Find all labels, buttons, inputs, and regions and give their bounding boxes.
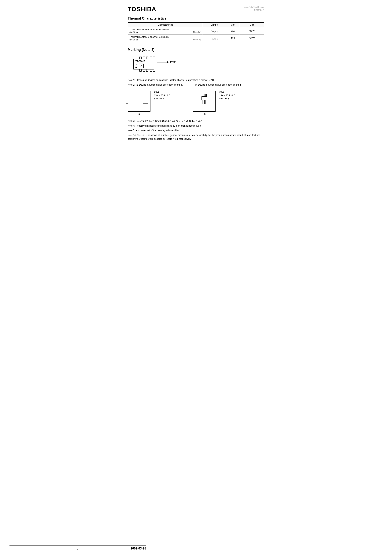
type-label: TYPE: [170, 61, 176, 64]
comp-leg-3: [205, 100, 206, 104]
arrowhead: [167, 61, 169, 63]
board-b-info: FR-4 25.4 × 25.4 × 0.8 (unit: mm): [219, 91, 235, 100]
ic-pin-bot-2: [143, 69, 145, 72]
board-b-label: (b): [193, 113, 216, 115]
board-a-fr: FR-4: [154, 91, 170, 94]
page-header: TOSHIBA www.DataSheet4U.com TPC8013: [128, 6, 264, 13]
ic-package-diagram: TPC8013 H ※ TYPE: [133, 57, 155, 72]
board-b-fr: FR-4: [219, 91, 235, 94]
symbol-cell-2: Rth (ch-a): [203, 35, 226, 42]
char-cell-1: Thermal resistance, channel to ambient (…: [128, 27, 203, 35]
notes-3-6-section: Note 3: VDD = 24 V, Tch = 25°C (initial)…: [128, 119, 264, 141]
board-b-unit: (unit: mm): [219, 97, 235, 100]
ic-dot: [136, 67, 137, 68]
ic-pin-bot-4: [150, 69, 152, 72]
ic-pin-bot-3: [146, 69, 148, 72]
ic-pin-top-3: [146, 57, 148, 59]
comp-leg-2: [204, 100, 204, 104]
char-cell-2: Thermal resistance, channel to ambient (…: [128, 35, 203, 42]
comp-pin-t2: [203, 94, 205, 96]
note6-item: www.DataSheet4U.co※ shows lot number. (y…: [128, 133, 264, 141]
board-a-tab: [126, 99, 128, 103]
board-b-item: (b) FR-4 25.4 × 25.4 × 0.8 (unit: mm): [193, 91, 235, 115]
note2a-label: Note 2: (a) Device mounted on a glass-ep…: [128, 83, 183, 86]
board-a-rect: [128, 91, 151, 112]
col-symbol: Symbol: [203, 22, 226, 27]
ic-pin-top-2: [143, 57, 145, 59]
type-arrow: TYPE: [157, 61, 176, 64]
ic-row-h: H: [136, 63, 137, 66]
thermal-table: Characteristics Symbol Max Unit Thermal …: [128, 22, 264, 42]
max-cell-2: 125: [226, 35, 240, 42]
ic-x-symbol: ※: [139, 64, 144, 68]
board-b-component: [202, 94, 207, 104]
header-right: www.DataSheet4U.com TPC8013: [244, 6, 264, 12]
col-characteristics: Characteristics: [128, 22, 203, 27]
company-logo: TOSHIBA: [128, 6, 156, 13]
board-a-item: (a) FR-4 25.4 × 25.4 × 0.8 (unit: mm): [128, 91, 170, 115]
note4-item: Note 4: Repetitive rating: pulse width l…: [128, 124, 264, 128]
marking-section: Marking (Note 5) TPC8013 H: [128, 48, 264, 74]
col-unit: Unit: [240, 22, 264, 27]
ic-pin-top-5: [153, 57, 155, 59]
note2b-label: (b) Device mounted on a glass-epoxy boar…: [195, 83, 242, 86]
marking-title: Marking (Note 5): [128, 48, 264, 52]
ic-body: TPC8013 H ※: [133, 59, 154, 69]
comp-pin-t1: [202, 94, 203, 96]
ic-part-label: TPC8013: [136, 60, 145, 63]
symbol-cell-1: Rth (ch-a): [203, 27, 226, 35]
note6-prefix: www.DataSheet4U.co: [128, 134, 148, 136]
note2-header: Note 2: (a) Device mounted on a glass-ep…: [128, 83, 264, 87]
table-row: Thermal resistance, channel to ambient (…: [128, 35, 264, 42]
board-b-dimensions: 25.4 × 25.4 × 0.8: [219, 94, 235, 97]
note1: Note 1: Please use devices on condition …: [128, 78, 264, 82]
unit-cell-2: °C/W: [240, 35, 264, 42]
watermark-url: www.DataSheet4U.com: [244, 6, 264, 8]
thermal-title: Thermal Characteristics: [128, 16, 264, 21]
thermal-section: Thermal Characteristics Characteristics …: [128, 16, 264, 42]
ic-pin-top-4: [150, 57, 152, 59]
comp-pin-t3: [205, 94, 207, 96]
table-row: Thermal resistance, channel to ambient (…: [128, 27, 264, 35]
boards-section: (a) FR-4 25.4 × 25.4 × 0.8 (unit: mm): [128, 91, 264, 115]
note6-symbol: ※: [148, 134, 150, 137]
board-a-inner-component: [143, 99, 148, 103]
board-a-label: (a): [128, 113, 151, 115]
board-b-rect: [193, 91, 216, 112]
max-cell-1: 65.8: [226, 27, 240, 35]
note5-item: Note 5: ● on lower left of the marking i…: [128, 129, 264, 132]
arrow-line: [157, 62, 167, 62]
col-max: Max: [226, 22, 240, 27]
board-b-diagram-wrapper: (b): [193, 91, 216, 115]
board-a-info: FR-4 25.4 × 25.4 × 0.8 (unit: mm): [154, 91, 170, 100]
ic-pin-bot-5: [153, 69, 155, 72]
comp-leg-1: [202, 100, 203, 104]
ic-pin-top-1: [139, 57, 142, 59]
notes-section: Note 1: Please use devices on condition …: [128, 78, 264, 87]
note3-item: Note 3: VDD = 24 V, Tch = 25°C (initial)…: [128, 119, 264, 123]
board-a-dimensions: 25.4 × 25.4 × 0.8: [154, 94, 170, 97]
board-a-unit: (unit: mm): [154, 97, 170, 100]
unit-cell-1: °C/W: [240, 27, 264, 35]
ic-pin-bot-1: [139, 69, 142, 72]
board-a-diagram-wrapper: (a): [128, 91, 151, 115]
comp-body: [202, 96, 207, 100]
part-number-header: TPC8013: [254, 9, 264, 12]
